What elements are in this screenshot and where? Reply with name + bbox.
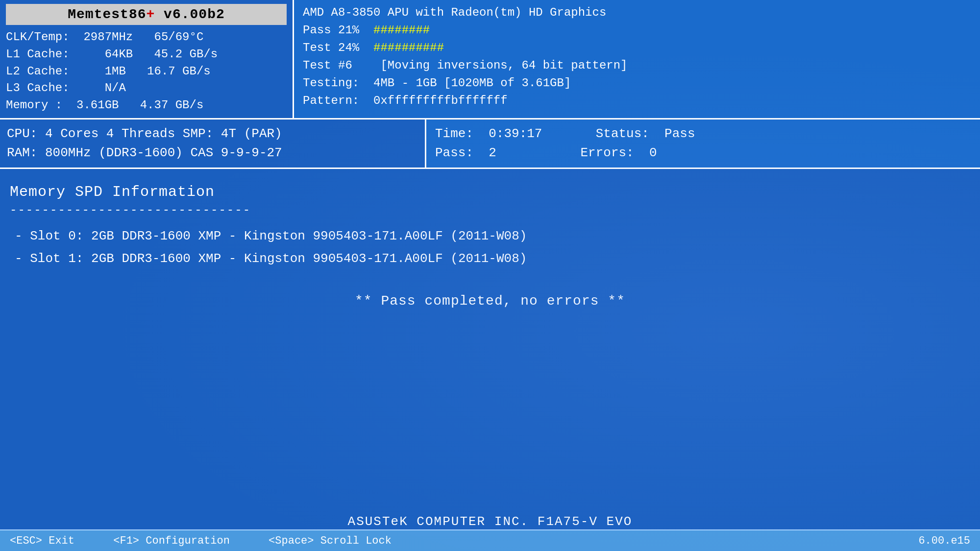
footer-bar: <ESC> Exit <F1> Configuration <Space> Sc…	[0, 529, 980, 551]
l2-label: L2 Cache:	[6, 65, 70, 78]
cpu-model: AMD A8-3850 APU with Radeon(tm) HD Graph…	[303, 6, 606, 19]
test-label: Test 24%	[303, 41, 359, 54]
l3-label: L3 Cache:	[6, 81, 70, 95]
slot0-line: - Slot 0: 2GB DDR3-1600 XMP - Kingston 9…	[10, 226, 970, 247]
ram-info-line: RAM: 800MHz (DDR3-1600) CAS 9-9-9-27	[7, 144, 418, 163]
status-label: Status:	[596, 126, 649, 141]
l1-line: L1 Cache: 64KB 45.2 GB/s	[6, 46, 287, 63]
clk-value: 2987MHz	[83, 30, 133, 44]
pass-count-label: Pass:	[435, 145, 473, 160]
top-section: Memtest86+ v6.00b2 CLK/Temp: 2987MHz 65/…	[0, 0, 980, 120]
l2-speed: 16.7 GB/s	[147, 65, 211, 78]
app-name: Memtest86	[68, 7, 146, 22]
ram-info: RAM: 800MHz (DDR3-1600) CAS 9-9-9-27	[7, 145, 282, 160]
l2-size: 1MB	[105, 65, 126, 78]
spd-title: Memory SPD Information	[10, 184, 970, 200]
cpu-model-line: AMD A8-3850 APU with Radeon(tm) HD Graph…	[303, 4, 971, 22]
test-line: Test 24% ##########	[303, 39, 971, 57]
test-num-line: Test #6 [Moving inversions, 64 bit patte…	[303, 57, 971, 74]
testing-label: Testing:	[303, 76, 359, 90]
test-desc: [Moving inversions, 64 bit pattern]	[380, 59, 627, 72]
pass-line: Pass 21% ########	[303, 22, 971, 39]
time-status-line: Time: 0:39:17 Status: Pass	[435, 124, 971, 144]
screen: Memtest86+ v6.00b2 CLK/Temp: 2987MHz 65/…	[0, 0, 980, 551]
top-right-panel: AMD A8-3850 APU with Radeon(tm) HD Graph…	[294, 0, 980, 118]
footer-keys-left: <ESC> Exit <F1> Configuration <Space> Sc…	[10, 535, 392, 547]
pass-complete-msg: ** Pass completed, no errors **	[10, 293, 970, 309]
mem-line: Memory : 3.61GB 4.37 GB/s	[6, 97, 287, 114]
mem-size: 3.61GB	[76, 98, 119, 112]
l3-value: N/A	[105, 81, 126, 95]
key-f1[interactable]: <F1> Configuration	[113, 535, 230, 547]
spd-divider: ------------------------------	[10, 203, 970, 216]
footer-version: 6.00.e15	[918, 535, 970, 547]
l1-label: L1 Cache:	[6, 48, 70, 61]
manufacturer-bar: ASUSTeK COMPUTER INC. F1A75-V EVO	[0, 514, 980, 529]
app-title-bar: Memtest86+ v6.00b2	[6, 4, 287, 25]
key-space[interactable]: <Space> Scroll Lock	[269, 535, 392, 547]
errors-value: 0	[649, 145, 657, 160]
pattern-value: 0xfffffffffbfffffff	[373, 94, 508, 107]
slot1-line: - Slot 1: 2GB DDR3-1600 XMP - Kingston 9…	[10, 249, 970, 269]
pass-errors-line: Pass: 2 Errors: 0	[435, 144, 971, 163]
main-content: Memory SPD Information -----------------…	[0, 169, 980, 309]
time-label: Time:	[435, 126, 473, 141]
l1-size: 64KB	[105, 48, 133, 61]
test-hash: ##########	[373, 41, 444, 54]
app-version: v6.00b2	[155, 7, 224, 22]
time-value: 0:39:17	[489, 126, 542, 141]
testing-range: 4MB - 1GB [1020MB of 3.61GB]	[373, 76, 571, 90]
l1-speed: 45.2 GB/s	[154, 48, 218, 61]
pass-count-value: 2	[489, 145, 496, 160]
testing-line: Testing: 4MB - 1GB [1020MB of 3.61GB]	[303, 74, 971, 92]
test-num: Test #6	[303, 59, 352, 72]
mem-label: Memory	[6, 98, 48, 112]
mid-right-panel: Time: 0:39:17 Status: Pass Pass: 2 Error…	[426, 120, 980, 168]
title-plus: +	[147, 7, 155, 22]
manufacturer-label: ASUSTeK COMPUTER INC. F1A75-V EVO	[348, 514, 633, 529]
cpu-info-line: CPU: 4 Cores 4 Threads SMP: 4T (PAR)	[7, 124, 418, 144]
clk-line: CLK/Temp: 2987MHz 65/69°C	[6, 29, 287, 46]
mem-speed: 4.37 GB/s	[140, 98, 204, 112]
top-left-panel: Memtest86+ v6.00b2 CLK/Temp: 2987MHz 65/…	[0, 0, 294, 118]
pattern-label: Pattern:	[303, 94, 359, 107]
cpu-info: CPU: 4 Cores 4 Threads SMP: 4T (PAR)	[7, 126, 282, 141]
key-esc[interactable]: <ESC> Exit	[10, 535, 74, 547]
l2-line: L2 Cache: 1MB 16.7 GB/s	[6, 63, 287, 80]
pass-label: Pass 21%	[303, 24, 359, 37]
status-value: Pass	[664, 126, 695, 141]
temp-value: 65/69°C	[154, 30, 203, 44]
errors-label: Errors:	[580, 145, 634, 160]
pass-hash: ########	[373, 24, 430, 37]
clk-label: CLK/Temp:	[6, 30, 70, 44]
pattern-line: Pattern: 0xfffffffffbfffffff	[303, 92, 971, 110]
mid-left-panel: CPU: 4 Cores 4 Threads SMP: 4T (PAR) RAM…	[0, 120, 426, 168]
mid-section: CPU: 4 Cores 4 Threads SMP: 4T (PAR) RAM…	[0, 120, 980, 169]
l3-line: L3 Cache: N/A	[6, 80, 287, 97]
